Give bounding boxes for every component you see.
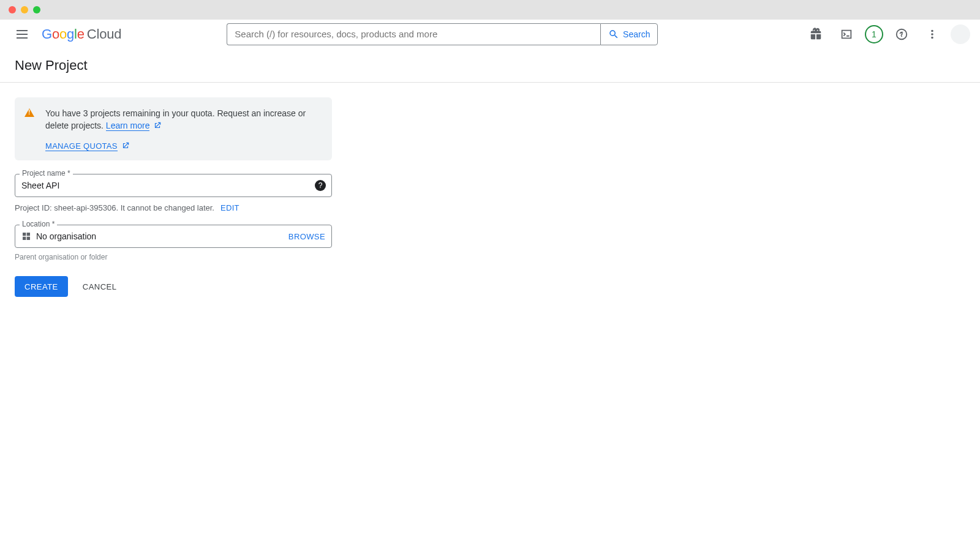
search-button-label: Search — [623, 29, 650, 39]
mac-window-chrome — [0, 0, 980, 20]
quota-warning-card: You have 3 projects remaining in your qu… — [15, 97, 332, 160]
app-bar: Google Cloud Search 1 — [0, 20, 980, 49]
top-right-actions: 1 — [804, 22, 970, 47]
page-title-bar: New Project — [0, 49, 980, 83]
location-label: Location * — [20, 220, 57, 228]
cloud-shell-icon — [840, 28, 853, 41]
search-input[interactable] — [227, 23, 600, 45]
location-input-shell[interactable]: No organisation BROWSE — [15, 225, 332, 248]
manage-quotas-link[interactable]: MANAGE QUOTAS — [45, 141, 118, 151]
more-options-button[interactable] — [920, 22, 944, 47]
logo-suffix: Cloud — [87, 26, 121, 42]
external-link-icon — [153, 121, 162, 130]
notifications-count: 1 — [872, 29, 876, 39]
page-title: New Project — [15, 58, 965, 73]
mac-zoom-dot[interactable] — [33, 6, 40, 13]
learn-more-link[interactable]: Learn more — [106, 121, 150, 131]
gift-icon — [809, 28, 823, 41]
project-id-row: Project ID: sheet-api-395306. It cannot … — [15, 203, 332, 212]
hamburger-icon — [17, 30, 28, 39]
location-helper-text: Parent organisation or folder — [15, 253, 332, 261]
more-vert-icon — [925, 28, 939, 41]
warning-icon — [24, 108, 34, 118]
organisation-icon — [21, 231, 31, 241]
mac-close-dot[interactable] — [9, 6, 16, 13]
help-button[interactable] — [889, 22, 914, 47]
form-actions: CREATE CANCEL — [15, 276, 332, 297]
quota-message: You have 3 projects remaining in your qu… — [45, 108, 306, 130]
mac-minimize-dot[interactable] — [21, 6, 28, 13]
manage-quotas-row: MANAGE QUOTAS — [45, 141, 322, 151]
edit-project-id-button[interactable]: EDIT — [221, 203, 239, 212]
nav-menu-button[interactable] — [10, 22, 34, 47]
free-trial-button[interactable] — [804, 22, 828, 47]
search-button[interactable]: Search — [600, 23, 658, 45]
project-name-label: Project name * — [20, 169, 73, 178]
location-field: Location * No organisation BROWSE — [15, 225, 332, 248]
quota-body: You have 3 projects remaining in your qu… — [45, 107, 322, 151]
search-wrap: Search — [227, 23, 658, 45]
create-button[interactable]: CREATE — [15, 276, 68, 297]
account-avatar[interactable] — [951, 24, 970, 44]
quota-message-row: You have 3 projects remaining in your qu… — [45, 107, 322, 132]
search-icon — [608, 29, 619, 40]
notifications-badge[interactable]: 1 — [865, 25, 883, 43]
project-name-field: Project name * ? — [15, 174, 332, 197]
browse-button[interactable]: BROWSE — [288, 232, 325, 241]
cloud-shell-button[interactable] — [834, 22, 859, 47]
project-id-text: Project ID: sheet-api-395306. It cannot … — [15, 203, 214, 212]
google-cloud-logo[interactable]: Google Cloud — [42, 26, 121, 42]
external-link-icon — [121, 141, 130, 150]
content: You have 3 projects remaining in your qu… — [0, 83, 980, 312]
cancel-button[interactable]: CANCEL — [83, 282, 117, 291]
help-icon — [895, 28, 908, 41]
project-name-help-icon[interactable]: ? — [315, 180, 326, 191]
location-value: No organisation — [36, 231, 96, 241]
form-column: You have 3 projects remaining in your qu… — [15, 97, 332, 297]
